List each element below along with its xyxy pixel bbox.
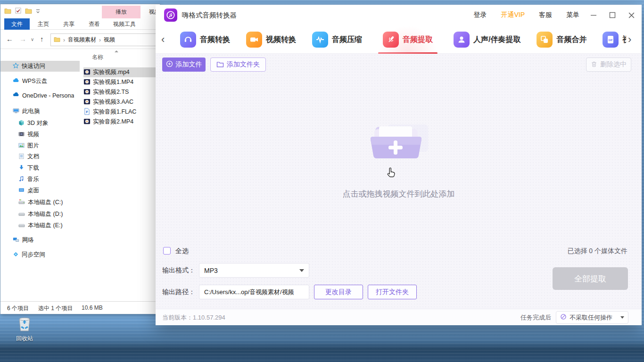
add-file-button[interactable]: 添加文件: [162, 58, 206, 72]
tabs-scroll-left-icon[interactable]: ‹: [161, 32, 165, 47]
sidebar-item-desktop[interactable]: 桌面: [0, 185, 80, 196]
sidebar-item-network[interactable]: 网络: [0, 235, 80, 246]
sidebar-item-pictures[interactable]: 图片: [0, 140, 80, 151]
music-note-icon: [18, 176, 25, 183]
maximize-icon[interactable]: [606, 8, 619, 22]
extract-all-button[interactable]: 全部提取: [553, 267, 628, 290]
minimize-icon[interactable]: [587, 8, 600, 22]
delete-selected-button[interactable]: 删除选中: [586, 58, 631, 72]
download-icon: [18, 165, 25, 172]
qat-customize-icon[interactable]: [36, 8, 40, 15]
dropzone-hint[interactable]: 点击或拖拽视频文件到此处添加: [156, 189, 642, 199]
open-folder-button[interactable]: 打开文件夹: [368, 285, 417, 299]
output-format-select[interactable]: MP3: [199, 263, 309, 278]
tab-audio-convert[interactable]: 音频转换: [180, 25, 230, 54]
app-tabbar: ‹ 音频转换 视频转换 音频压缩: [156, 25, 642, 54]
sidebar-item-3d-objects[interactable]: 3D 对象: [0, 118, 80, 129]
disk-icon: [18, 222, 25, 230]
dropzone-folder-icon[interactable]: [369, 120, 428, 171]
quick-access-toolbar[interactable]: [4, 8, 40, 15]
sidebar-item-quick-access[interactable]: 快速访问: [0, 61, 80, 72]
sidebar-item-music[interactable]: 音乐: [0, 174, 80, 185]
address-bar[interactable]: › 音视频素材 › 视频: [50, 33, 159, 46]
output-format-label: 输出格式：: [162, 263, 195, 278]
sidebar-item-disk-e[interactable]: 本地磁盘 (E:): [0, 220, 80, 231]
sidebar-item-sync-space[interactable]: 同步空间: [0, 249, 80, 260]
explorer-contextual-tab-play[interactable]: 播放: [102, 6, 140, 18]
tab-home[interactable]: 主页: [32, 18, 55, 30]
up-icon[interactable]: ↑: [40, 35, 44, 43]
explorer-titlebar: 播放 视频: [0, 4, 160, 18]
file-row[interactable]: 实验视频.mp4: [83, 67, 158, 77]
tab-video-convert[interactable]: 视频转换: [246, 25, 296, 54]
recycle-bin[interactable]: 回收站: [9, 315, 40, 343]
tab-file[interactable]: 文件: [4, 18, 30, 30]
svg-text:GIF: GIF: [609, 39, 613, 41]
tab-vocal-extract[interactable]: 人声/伴奏提取: [454, 25, 520, 54]
folder-icon: [54, 36, 60, 43]
tab-video-gif[interactable]: GIF 视: [603, 25, 626, 54]
sidebar-item-wps-cloud[interactable]: WPS云盘: [0, 76, 80, 87]
audio-converter-window: 嗨格式音频转换器 登录 开通VIP 客服 菜单 ‹ 音频转换: [156, 5, 642, 325]
vip-link[interactable]: 开通VIP: [501, 11, 525, 19]
file-row[interactable]: 实验视频3.AAC: [83, 97, 158, 107]
file-row[interactable]: 实验视频2.TS: [83, 87, 158, 97]
sidebar-item-onedrive[interactable]: OneDrive - Persona: [0, 90, 80, 101]
explorer-ribbon-tabs: 文件 主页 共享 查看 视频工具: [0, 18, 160, 30]
tab-share[interactable]: 共享: [57, 18, 81, 30]
computer-icon: [13, 107, 19, 115]
no-action-icon: [560, 313, 567, 322]
sidebar-item-downloads[interactable]: 下载: [0, 163, 80, 173]
breadcrumb-item[interactable]: 音视频素材: [68, 36, 96, 44]
recent-locations-icon[interactable]: ∨: [31, 37, 34, 42]
explorer-navbar: ← → ∨ ↑ › 音视频素材 › 视频: [0, 30, 160, 49]
cloud-icon: [13, 77, 19, 85]
file-row[interactable]: 实验音频2.MP4: [83, 117, 158, 127]
tab-video-tools[interactable]: 视频工具: [108, 18, 141, 30]
plus-circle-icon: [166, 60, 173, 69]
titlebar-menu: 登录 开通VIP 客服 菜单: [473, 5, 579, 25]
hand-cursor-icon: [386, 167, 398, 182]
sidebar-item-videos[interactable]: 视频: [0, 129, 80, 140]
breadcrumb-item[interactable]: 视频: [104, 36, 115, 44]
person-icon: [454, 32, 470, 48]
select-all-label[interactable]: 全选: [175, 247, 189, 255]
folder-icon[interactable]: [4, 8, 11, 15]
sidebar-item-disk-c[interactable]: 本地磁盘 (C:): [0, 197, 80, 208]
sidebar-item-disk-d[interactable]: 本地磁盘 (D:): [0, 209, 80, 220]
file-row[interactable]: F 实验音频1.FLAC: [83, 107, 158, 117]
folder-outline-icon: [216, 61, 224, 69]
tab-view[interactable]: 查看: [83, 18, 106, 30]
waveform-icon: [312, 32, 328, 48]
status-selected-count: 选中 1 个项目: [38, 304, 73, 313]
file-row[interactable]: 实验视频1.MP4: [83, 77, 158, 87]
picture-icon: [18, 142, 25, 150]
recycle-bin-label: 回收站: [9, 335, 40, 343]
flac-file-icon: F: [83, 108, 91, 116]
menu-link[interactable]: 菜单: [566, 11, 579, 19]
select-all-checkbox[interactable]: [163, 247, 171, 255]
login-link[interactable]: 登录: [473, 11, 487, 19]
chevron-down-icon: [299, 269, 304, 272]
sort-ascending-icon[interactable]: [115, 50, 118, 52]
tab-audio-merge[interactable]: 音频合并: [537, 25, 586, 54]
tab-audio-extract[interactable]: 音频提取: [378, 25, 438, 54]
support-link[interactable]: 客服: [539, 11, 552, 19]
properties-check-icon[interactable]: [15, 8, 21, 15]
change-directory-button[interactable]: 更改目录: [314, 285, 363, 299]
back-icon[interactable]: ←: [6, 35, 13, 43]
app-logo-icon: [164, 8, 177, 22]
status-selected-size: 10.6 MB: [82, 304, 103, 311]
sidebar-item-documents[interactable]: 文档: [0, 151, 80, 162]
after-task-dropdown[interactable]: 不采取任何操作: [556, 311, 628, 324]
column-header-name[interactable]: 名称: [92, 53, 103, 61]
tabs-scroll-right-icon[interactable]: ›: [628, 32, 631, 47]
tab-audio-compress[interactable]: 音频压缩: [312, 25, 362, 54]
forward-icon[interactable]: →: [19, 35, 26, 43]
close-icon[interactable]: [625, 8, 638, 22]
add-folder-button[interactable]: 添加文件夹: [210, 58, 266, 72]
output-path-input[interactable]: C:/Users/kx...op/音视频素材/视频: [199, 285, 309, 299]
chevron-down-icon: [620, 316, 624, 319]
sidebar-item-this-pc[interactable]: 此电脑: [0, 106, 80, 117]
new-folder-icon[interactable]: [25, 8, 32, 15]
